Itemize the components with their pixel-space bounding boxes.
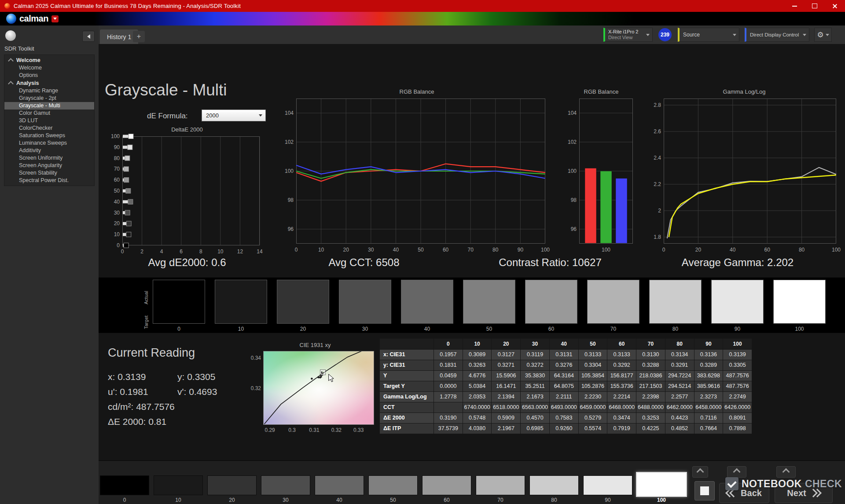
home-button[interactable]	[5, 30, 16, 41]
grayscale-swatch-60	[525, 280, 577, 324]
svg-text:100: 100	[285, 168, 294, 174]
table-cell: 6426.0000	[723, 402, 752, 413]
patch-window-button[interactable]	[694, 481, 715, 500]
sidebar-item-additivity[interactable]: Additivity	[4, 147, 94, 154]
patch-button-60[interactable]	[422, 475, 471, 495]
patch-button-70[interactable]	[476, 475, 525, 495]
sidebar-item-color-gamut[interactable]: Color Gamut	[4, 110, 94, 117]
settings-button[interactable]: ⚙	[814, 28, 832, 42]
main-menu-button[interactable]	[51, 15, 59, 22]
sidebar-collapse-button[interactable]	[82, 31, 95, 42]
table-cell: 2.2577	[665, 392, 694, 402]
table-cell: 0.4570	[521, 413, 549, 423]
sidebar-item-screen-uniformity[interactable]: Screen Uniformity	[4, 154, 94, 162]
add-tab-button[interactable]: +	[133, 31, 145, 42]
patch-button-0[interactable]	[100, 475, 149, 495]
svg-text:0: 0	[121, 248, 124, 255]
swatch-label: 100	[773, 326, 826, 332]
table-cell: 6459.0000	[579, 402, 607, 413]
table-cell: 0.3130	[636, 350, 665, 360]
patch-button-10[interactable]	[154, 475, 203, 495]
svg-text:100: 100	[568, 168, 577, 174]
meter-select-dropdown[interactable]: X-Rite i1Pro 2 Direct View	[603, 28, 653, 42]
table-cell: 64.3164	[550, 371, 578, 381]
table-cell: 2.3273	[694, 392, 723, 402]
table-cell: 487.7576	[723, 371, 752, 381]
table-cell: 35.3830	[521, 371, 549, 381]
patch-button-80[interactable]	[529, 475, 579, 495]
table-cell: 0.3253	[636, 413, 665, 423]
table-cell: 0.3089	[463, 350, 492, 360]
table-cell: 0.3289	[694, 360, 723, 370]
table-cell: 0.9260	[550, 424, 578, 434]
gear-icon: ⚙	[817, 30, 823, 40]
sidebar-item-spectral-power-dist[interactable]: Spectral Power Dist.	[4, 177, 94, 184]
next-button[interactable]: Next	[775, 483, 833, 503]
back-button[interactable]: Back	[719, 483, 769, 503]
sidebar-item-grayscale-multi[interactable]: Grayscale - Multi	[4, 102, 94, 110]
table-cell: 6468.0000	[607, 402, 636, 413]
nav-section-welcome[interactable]: Welcome	[4, 56, 94, 64]
svg-text:10: 10	[114, 231, 120, 237]
svg-text:98: 98	[288, 197, 294, 203]
reading-value: u': 0.1981	[108, 387, 177, 397]
svg-text:30: 30	[114, 210, 120, 216]
patch-button-20[interactable]	[207, 475, 257, 495]
nav-section-analysis[interactable]: Analysis	[4, 79, 94, 87]
svg-text:102: 102	[285, 139, 294, 145]
table-col-header: 80	[665, 339, 694, 349]
reading-value: v': 0.4693	[177, 387, 217, 397]
sidebar-item-screen-angularity[interactable]: Screen Angularity	[4, 162, 94, 169]
svg-text:104: 104	[285, 110, 294, 116]
patch-button-40[interactable]	[315, 475, 364, 495]
reading-value: x: 0.3139	[108, 372, 177, 382]
chart-title: RGB Balance	[280, 88, 553, 96]
table-cell: 0.3131	[550, 350, 578, 360]
source-select-dropdown[interactable]: Source	[678, 28, 739, 42]
svg-text:80: 80	[492, 247, 499, 253]
de-formula-select[interactable]: 2000	[202, 110, 266, 121]
table-cell: 294.7224	[665, 371, 694, 381]
minimize-button[interactable]	[784, 0, 805, 12]
close-button[interactable]	[825, 0, 845, 12]
gamma-chart-canvas: 1.822.22.42.62.8020406080100	[647, 96, 841, 259]
chevron-down-icon	[733, 34, 736, 36]
svg-text:2: 2	[140, 248, 143, 255]
chevron-up-icon	[733, 468, 741, 476]
patch-button-30[interactable]	[261, 475, 310, 495]
patch-button-90[interactable]	[583, 475, 632, 495]
chevron-up-button[interactable]	[727, 466, 746, 478]
table-cell: 2.2749	[723, 392, 752, 402]
svg-text:10: 10	[318, 247, 324, 253]
swatch-label: 80	[649, 326, 702, 332]
sidebar-item-saturation-sweeps[interactable]: Saturation Sweeps	[4, 132, 94, 139]
display-control-dropdown[interactable]: Direct Display Control	[745, 28, 809, 42]
table-cell: 2.2398	[636, 392, 665, 402]
calman-logo[interactable]: calman	[6, 13, 59, 24]
sidebar-item-welcome[interactable]: Welcome	[4, 64, 94, 72]
table-cell	[434, 402, 463, 413]
table-cell: 6740.0000	[463, 402, 492, 413]
swatch-label: 0	[153, 326, 205, 332]
chevron-up-button[interactable]	[776, 466, 796, 478]
sidebar-item-3d-lut[interactable]: 3D LUT	[4, 117, 94, 124]
sidebar-item-options[interactable]: Options	[4, 72, 94, 79]
patch-button-label: 70	[476, 497, 525, 503]
sidebar-item-colorchecker[interactable]: ColorChecker	[4, 124, 94, 132]
chevron-up-button[interactable]	[692, 466, 708, 478]
sidebar-item-screen-stability[interactable]: Screen Stability	[4, 169, 94, 177]
table-cell: 0.3292	[607, 360, 636, 370]
sidebar-item-grayscale-2pt[interactable]: Grayscale - 2pt	[4, 95, 94, 102]
maximize-button[interactable]	[805, 0, 825, 12]
grayscale-swatch-90	[711, 280, 764, 324]
patch-button-50[interactable]	[368, 475, 418, 495]
table-cell: 0.3133	[607, 350, 636, 360]
patch-button-100[interactable]	[636, 472, 687, 497]
svg-text:2.2: 2.2	[654, 181, 661, 187]
patch-button-label: 90	[583, 497, 632, 503]
page-title: Grayscale - Multi	[105, 81, 227, 99]
sidebar-item-luminance-sweeps[interactable]: Luminance Sweeps	[4, 139, 94, 147]
sidebar-item-dynamic-range[interactable]: Dynamic Range	[4, 87, 94, 95]
titlebar: Calman 2025 Calman Ultimate for Business…	[0, 0, 845, 12]
chevron-down-icon	[259, 114, 262, 117]
